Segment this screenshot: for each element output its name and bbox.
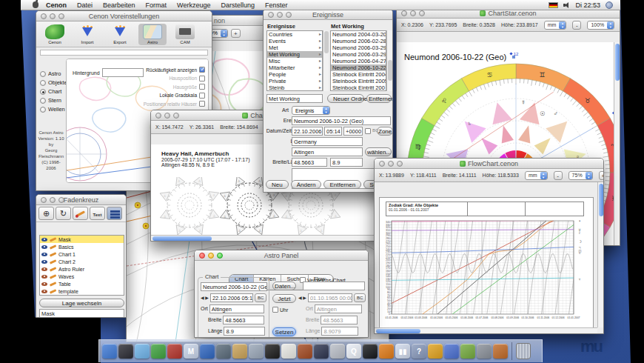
editable-icon[interactable] — [50, 237, 56, 242]
flowchart-page[interactable]: Zodiak Grad: Alle Objekte 01.01.2006 - 0… — [379, 197, 594, 333]
window-controls[interactable] — [199, 253, 223, 259]
datum-field[interactable]: 22.10.2006 — [292, 127, 323, 136]
editable-icon[interactable] — [50, 244, 56, 249]
flowchart-vscrollbar[interactable] — [597, 182, 603, 327]
editable-icon[interactable] — [50, 282, 56, 286]
layer-row[interactable]: Waves — [40, 273, 124, 280]
volume-icon[interactable] — [563, 2, 570, 8]
prefs-path-field[interactable] — [40, 50, 208, 56]
crosshair-tool[interactable]: ⊕ — [38, 207, 54, 220]
list-item[interactable]: Neumond 2006-10-22 (Ge — [331, 64, 386, 71]
waehlen-button[interactable]: wählen... — [365, 147, 392, 156]
layers-tool[interactable] — [107, 207, 122, 220]
dock-icon[interactable] — [135, 344, 150, 359]
dock-icon[interactable] — [314, 344, 329, 359]
laenge-field[interactable]: 8.9 — [330, 158, 363, 167]
scroll-thumb[interactable] — [599, 184, 603, 216]
window-controls[interactable] — [379, 161, 403, 167]
action-button[interactable]: Entfernen — [323, 180, 361, 189]
list-item[interactable]: Met Working — [267, 51, 322, 58]
window-controls[interactable] — [41, 13, 64, 19]
prefs-radio[interactable]: Stern — [40, 97, 67, 104]
visibility-icon[interactable] — [41, 260, 47, 264]
map-zoom-plus-button[interactable]: + — [231, 29, 241, 38]
menu-item[interactable]: Werkzeuge — [177, 1, 210, 9]
remove-folder-button[interactable]: Entfernen — [366, 94, 392, 103]
layer-row[interactable]: Table — [40, 280, 124, 287]
layer-name-field[interactable]: Mask — [39, 309, 124, 317]
flowchart-hscrollbar[interactable] — [375, 327, 597, 333]
prefs-toolbar-item[interactable]: Import — [73, 24, 101, 45]
layer-row[interactable]: Basics — [40, 243, 124, 250]
prefs-radio[interactable]: Wellen — [40, 106, 67, 113]
astro-panel-titlebar[interactable]: Astro Panel — [195, 250, 368, 261]
prefs-checkbox-row[interactable]: Lokale Gradskala — [144, 93, 205, 99]
prefs-radio[interactable]: Chart — [40, 88, 67, 95]
dock-icon[interactable] — [460, 344, 475, 359]
keyboard-flag-icon[interactable] — [549, 2, 558, 8]
window-controls[interactable] — [41, 197, 64, 203]
zoom-select[interactable]: 100%▲▼ — [587, 21, 614, 30]
dock-icon[interactable] — [167, 344, 182, 359]
fadenkreuz-window[interactable]: Fadenkreuz ⊕ ↻ Text Mask — [36, 194, 127, 318]
scroll-thumb[interactable] — [152, 236, 212, 241]
bc-button[interactable]: BC — [255, 293, 266, 302]
dock-icon[interactable] — [118, 344, 133, 359]
vergleich-date-stepper[interactable]: ◀ ▶ — [298, 295, 306, 300]
dock-icon[interactable] — [281, 344, 296, 359]
prefs-toolbar-item[interactable]: CAM — [171, 24, 199, 45]
list-item[interactable]: Steinbock Eintritt 200 — [331, 84, 386, 91]
dock-icon[interactable] — [493, 344, 508, 359]
dock-icon[interactable] — [379, 344, 394, 359]
list-item[interactable]: Neumond 2006-03-29 (To — [331, 51, 386, 58]
scroll-thumb[interactable] — [324, 31, 329, 53]
vergleich-name-field[interactable] — [303, 282, 365, 290]
daten-button[interactable]: Daten... — [272, 282, 296, 290]
menu-item[interactable]: Bearbeiten — [103, 1, 135, 9]
prefs-toolbar-item[interactable]: Astro — [138, 24, 167, 45]
menu-item[interactable]: Fenster — [265, 1, 288, 9]
zoom-select[interactable]: 75%▲▼ — [568, 171, 593, 180]
action-button[interactable]: Neu — [266, 180, 289, 189]
layer-list[interactable]: Mask Basics Chart 1 — [39, 235, 124, 296]
event-list[interactable]: Neumond 2004-03-20 (GeNeumond 2006-02-28… — [330, 30, 386, 91]
menu-item[interactable]: Format — [146, 1, 167, 9]
lage-wechseln-button[interactable]: Lage wechseln — [39, 299, 124, 307]
dock-icon[interactable] — [477, 344, 492, 359]
astro-panel-window[interactable]: Astro Panel ChartKartenSucheFlow Chart C… — [194, 250, 369, 338]
prefs-toolbar-item[interactable]: Export — [106, 24, 134, 45]
dock-icon[interactable] — [444, 344, 459, 359]
dock-icon[interactable] — [216, 344, 231, 359]
dock-icon[interactable] — [363, 344, 378, 359]
zone-button[interactable]: Zone — [377, 127, 392, 136]
apple-menu-icon[interactable] — [33, 1, 38, 8]
visibility-icon[interactable] — [41, 238, 47, 242]
prefs-toolbar-item[interactable]: Cenon — [41, 24, 69, 45]
window-controls[interactable] — [268, 12, 292, 18]
menu-item[interactable]: Cenon — [46, 1, 67, 9]
list-item[interactable]: Countries — [267, 31, 322, 38]
flowchart-titlebar[interactable]: FlowChart.cenon — [375, 159, 603, 169]
window-controls[interactable] — [155, 113, 179, 119]
dock-icon[interactable]: M — [184, 344, 198, 359]
laenge-field[interactable]: 8.9 — [224, 327, 265, 336]
editable-icon[interactable] — [50, 252, 56, 256]
editable-icon[interactable] — [50, 289, 56, 293]
chart-name-field[interactable]: Neumond 2006-10-22 (Geo) — [201, 282, 267, 291]
list-item[interactable]: Events — [267, 38, 322, 44]
prefs-checkbox-row[interactable]: Rückläufigkeit anzeigen — [144, 67, 205, 73]
scroll-thumb[interactable] — [376, 329, 420, 333]
editable-icon[interactable] — [50, 267, 56, 271]
dock-icon[interactable] — [200, 344, 215, 359]
date-stepper[interactable]: ◀ ▶ — [201, 295, 209, 300]
visibility-icon[interactable] — [41, 290, 47, 293]
zoom-in-button[interactable]: + — [599, 171, 603, 180]
list-item[interactable]: Steinb — [267, 84, 322, 91]
jetzt-button[interactable]: Jetzt — [272, 294, 296, 303]
unit-select[interactable]: mm▲▼ — [544, 21, 567, 30]
prefs-checkbox-row[interactable]: Hausposition — [144, 76, 205, 81]
list-item[interactable]: People — [267, 71, 322, 78]
dock-icon[interactable]: ▮▮ — [395, 344, 410, 359]
vergleich-bc-button[interactable]: BC — [354, 293, 366, 302]
date-field[interactable]: 22.10.2006 05:14 — [210, 293, 253, 302]
